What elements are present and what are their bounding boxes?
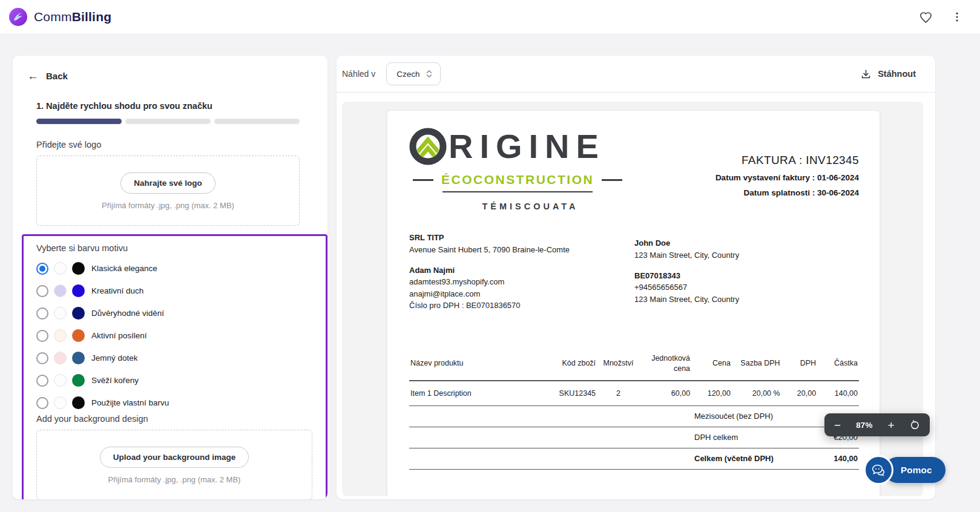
- theme-option[interactable]: Použijte vlastní barvu: [36, 392, 312, 414]
- theme-swatch-dark: [72, 307, 85, 320]
- progress-bar: [36, 119, 300, 124]
- radio-icon[interactable]: [36, 285, 48, 297]
- theme-option[interactable]: Jemný dotek: [36, 347, 312, 369]
- preview-toolbar: Náhled v Czech Stáhnout: [337, 56, 935, 92]
- zoom-toolbar: − 87% +: [824, 413, 930, 436]
- origine-logo-tagline: TÉMISCOUATA: [409, 202, 651, 211]
- table-cell: 120,00: [692, 381, 733, 406]
- chat-bubble-button[interactable]: [864, 455, 893, 485]
- summary-row: DPH celkem€20,00: [409, 427, 859, 448]
- theme-swatch-dark: [72, 396, 85, 409]
- theme-option[interactable]: Klasická elegance: [36, 257, 312, 280]
- summary-row: Mezisoučet (bez DPH)€120,00: [409, 406, 859, 427]
- theme-option-label: Klasická elegance: [91, 264, 157, 273]
- invoice-paper: RIGINE ÉCOCONSTRUCTION TÉMISCOUATA FAKTU…: [387, 111, 880, 496]
- theme-option-label: Kreativní duch: [91, 286, 143, 295]
- upload-background-button[interactable]: Upload your background image: [100, 447, 249, 468]
- address-name: SRL TITP: [409, 233, 634, 242]
- radio-icon[interactable]: [36, 352, 48, 364]
- progress-segment: [125, 119, 211, 124]
- invoice-meta: FAKTURA : INV12345 Datum vystavení faktu…: [715, 128, 859, 211]
- origine-logo-icon: [409, 128, 447, 165]
- theme-swatch-light: [54, 262, 67, 275]
- summary-label: Mezisoučet (bez DPH): [694, 412, 804, 421]
- theme-option[interactable]: Aktivní posílení: [36, 324, 312, 347]
- back-arrow-icon: ←: [27, 70, 39, 82]
- logo-dash-left: [413, 179, 433, 181]
- table-cell: 2: [598, 381, 639, 406]
- radio-icon[interactable]: [36, 397, 48, 409]
- radio-icon[interactable]: [36, 330, 48, 342]
- table-cell: SKU12345: [544, 381, 598, 406]
- radio-icon[interactable]: [36, 307, 48, 320]
- invoice-addresses: SRL TITPAvenue Saint Hubert 5, 7090 Brai…: [409, 233, 859, 310]
- language-select-value: Czech: [396, 70, 419, 79]
- more-menu-button[interactable]: [949, 8, 965, 25]
- logo-upload-hint: Přijímá formáty .jpg, .png (max. 2 MB): [43, 201, 293, 210]
- address-line: Avenue Saint Hubert 5, 7090 Braine-le-Co…: [409, 245, 634, 254]
- theme-option-label: Svěží kořeny: [91, 376, 139, 385]
- invoice-summary: Mezisoučet (bez DPH)€120,00DPH celkem€20…: [409, 406, 859, 470]
- invoice-due-date: Datum splatnosti : 30-06-2024: [715, 188, 859, 197]
- download-button[interactable]: Stáhnout: [857, 68, 919, 80]
- preview-language-label: Náhled v: [342, 69, 375, 79]
- theme-label: Vyberte si barvu motivu: [36, 243, 312, 253]
- progress-segment: [36, 119, 122, 124]
- table-row: Item 1 DescriptionSKU12345260,00120,0020…: [409, 381, 859, 406]
- zoom-out-button[interactable]: −: [834, 419, 841, 431]
- theme-option-label: Jemný dotek: [91, 353, 138, 363]
- favorite-button[interactable]: [916, 8, 935, 27]
- download-label: Stáhnout: [878, 69, 916, 79]
- theme-option-label: Důvěryhodné vidění: [91, 309, 164, 318]
- logo-dropzone[interactable]: Nahrajte své logo Přijímá formáty .jpg, …: [36, 156, 300, 226]
- address-name: Adam Najmi: [409, 266, 634, 275]
- theme-swatch-light: [54, 284, 67, 297]
- language-select[interactable]: Czech: [386, 62, 440, 85]
- address-name: John Doe: [634, 238, 859, 248]
- summary-label: DPH celkem: [694, 433, 804, 442]
- table-header-cell: Jednotková cena: [639, 350, 692, 381]
- progress-segment: [214, 119, 300, 124]
- radio-selected-icon[interactable]: [36, 263, 48, 275]
- theme-option-label: Použijte vlastní barvu: [91, 398, 169, 407]
- theme-option[interactable]: Kreativní duch: [36, 280, 312, 302]
- theme-option-label: Aktivní posílení: [91, 331, 147, 340]
- table-header-cell: Název produktu: [409, 350, 544, 381]
- address-block: John Doe123 Main Street, City, Country: [634, 238, 859, 260]
- brand-name: CommBilling: [34, 10, 111, 24]
- invoice-number: FAKTURA : INV12345: [715, 154, 859, 167]
- address-line: adamtest93.myshopify.com: [409, 277, 634, 286]
- main-content: ← Back 1. Najděte rychlou shodu pro svou…: [13, 56, 935, 499]
- back-button[interactable]: ← Back: [27, 70, 68, 82]
- address-block: SRL TITPAvenue Saint Hubert 5, 7090 Brai…: [409, 233, 634, 254]
- toolbar-divider: [337, 92, 935, 93]
- customization-sidebar: ← Back 1. Najděte rychlou shodu pro svou…: [13, 56, 327, 499]
- help-button[interactable]: Pomoc: [884, 457, 945, 483]
- radio-icon[interactable]: [36, 375, 48, 387]
- kebab-menu-icon: [951, 11, 963, 23]
- theme-option[interactable]: Důvěryhodné vidění: [36, 302, 312, 324]
- table-cell: 60,00: [639, 381, 692, 406]
- zoom-level: 87%: [856, 421, 872, 430]
- back-label: Back: [46, 71, 68, 81]
- address-line: 123 Main Street, City, Country: [634, 251, 859, 260]
- theme-option[interactable]: Svěží kořeny: [36, 369, 312, 392]
- help-widget[interactable]: Pomoc: [864, 455, 945, 485]
- background-dropzone[interactable]: Upload your background image Přijímá for…: [36, 430, 312, 499]
- logo-upload-label: Přidejte své logo: [36, 140, 300, 149]
- origine-logo-title: RIGINE: [449, 130, 605, 163]
- chat-icon: [870, 463, 887, 478]
- address-block: Adam Najmiadamtest93.myshopify.comanajmi…: [409, 266, 634, 310]
- theme-options: Klasická eleganceKreativní duchDůvěryhod…: [36, 257, 312, 414]
- upload-logo-button[interactable]: Nahrajte své logo: [120, 172, 215, 194]
- invoice-table: Název produktuKód zbožíMnožstvíJednotkov…: [409, 350, 859, 470]
- origine-logo-subtitle: ÉCOCONSTRUCTION: [441, 172, 594, 187]
- theme-swatch-dark: [72, 262, 85, 275]
- reset-zoom-button[interactable]: [910, 420, 920, 430]
- theme-swatch-light: [54, 307, 67, 320]
- commbilling-logo-icon: [8, 7, 28, 27]
- table-header-cell: DPH: [783, 350, 818, 381]
- zoom-in-button[interactable]: +: [888, 419, 895, 431]
- theme-swatch-light: [54, 329, 67, 342]
- brand[interactable]: CommBilling: [8, 7, 111, 27]
